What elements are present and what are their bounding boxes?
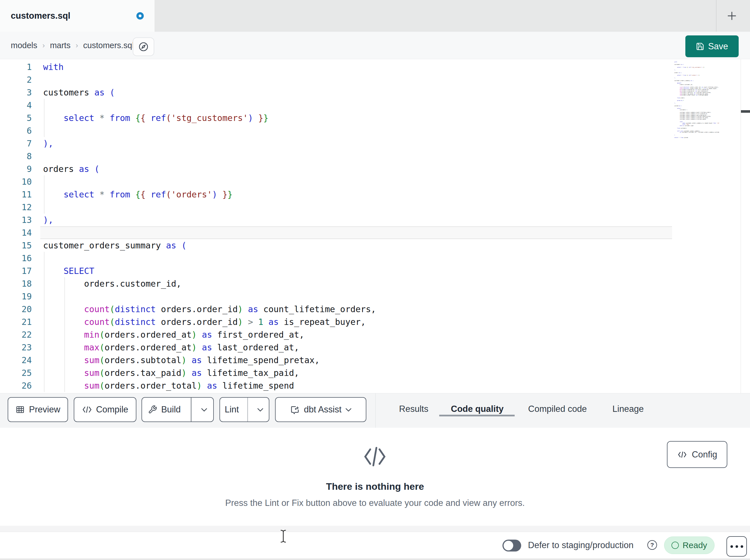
- breadcrumb: models › marts › customers.sql: [11, 32, 134, 59]
- breadcrumb-row: models › marts › customers.sql Save: [0, 32, 750, 59]
- tab-code-quality[interactable]: Code quality: [451, 393, 504, 426]
- code-line[interactable]: with: [43, 61, 376, 74]
- code-line[interactable]: sum(orders.tax_paid) as lifetime_tax_pai…: [43, 367, 376, 379]
- code-line[interactable]: count(distinct orders.order_id) as count…: [43, 303, 376, 315]
- help-question-icon[interactable]: ?: [647, 540, 657, 550]
- dbt-assist-button[interactable]: dbt Assist: [275, 397, 366, 422]
- status-bar: Defer to staging/production ? Ready: [0, 532, 750, 559]
- line-number[interactable]: 4: [0, 99, 32, 111]
- status-circle-icon: [671, 542, 679, 549]
- split-divider: [248, 398, 248, 421]
- minimap[interactable]: withcustomers as ( select * from {{ ref(…: [674, 61, 719, 144]
- line-number[interactable]: 2: [0, 74, 32, 86]
- save-button[interactable]: Save: [685, 36, 739, 57]
- code-line[interactable]: SELECT: [43, 265, 376, 277]
- ready-status-badge: Ready: [664, 537, 714, 554]
- breadcrumb-file[interactable]: customers.sql: [83, 41, 134, 50]
- code-line[interactable]: customer_orders_summary as (: [43, 239, 376, 252]
- ellipsis-dot: [741, 545, 743, 548]
- code-line[interactable]: [43, 124, 376, 137]
- build-dropdown-button[interactable]: [195, 398, 213, 421]
- new-tab-button[interactable]: [721, 6, 743, 25]
- line-number[interactable]: 8: [0, 150, 32, 163]
- code-line[interactable]: [43, 150, 376, 163]
- line-number[interactable]: 3: [0, 86, 32, 99]
- line-number[interactable]: 10: [0, 175, 32, 188]
- code-line[interactable]: [43, 252, 376, 265]
- defer-toggle[interactable]: [502, 540, 521, 552]
- code-line[interactable]: select * from {{ ref('stg_customers') }}: [43, 111, 376, 124]
- code-line[interactable]: sum(orders.order_total) as lifetime_spen…: [43, 379, 376, 392]
- minimap-line: select * from joined: [674, 137, 719, 139]
- breadcrumb-models[interactable]: models: [11, 41, 37, 50]
- wrench-icon: [148, 405, 157, 414]
- active-tab-underline: [439, 415, 515, 416]
- line-number[interactable]: 21: [0, 315, 32, 328]
- editor-scrollbar-thumb[interactable]: [741, 110, 750, 113]
- breadcrumb-marts[interactable]: marts: [50, 41, 71, 50]
- code-line[interactable]: ),: [43, 213, 376, 226]
- code-line[interactable]: [43, 99, 376, 111]
- line-number[interactable]: 14: [0, 226, 32, 239]
- build-button[interactable]: Build: [142, 398, 187, 421]
- line-number[interactable]: 19: [0, 290, 32, 303]
- config-label: Config: [692, 450, 717, 460]
- preview-button[interactable]: Preview: [8, 397, 68, 422]
- code-line[interactable]: [43, 74, 376, 86]
- code-line[interactable]: customers as (: [43, 86, 376, 99]
- code-line[interactable]: max(orders.ordered_at) as last_ordered_a…: [43, 341, 376, 354]
- line-number[interactable]: 25: [0, 367, 32, 379]
- lint-dropdown-button[interactable]: [252, 398, 269, 421]
- line-number[interactable]: 16: [0, 252, 32, 265]
- code-line[interactable]: [43, 290, 376, 303]
- code-line[interactable]: orders.customer_id,: [43, 277, 376, 290]
- tab-lineage[interactable]: Lineage: [612, 393, 644, 426]
- line-number[interactable]: 22: [0, 328, 32, 341]
- config-button[interactable]: Config: [667, 441, 727, 468]
- line-number[interactable]: 12: [0, 201, 32, 213]
- tab-compiled-code[interactable]: Compiled code: [528, 393, 587, 426]
- code-lines[interactable]: withcustomers as ( select * from {{ ref(…: [43, 61, 376, 392]
- line-number[interactable]: 7: [0, 137, 32, 150]
- code-editor[interactable]: 1234567891011121314151617181920212223242…: [0, 59, 750, 393]
- line-number[interactable]: 24: [0, 354, 32, 367]
- lineage-compass-button[interactable]: [133, 37, 154, 56]
- code-icon: [82, 406, 92, 414]
- line-number[interactable]: 6: [0, 124, 32, 137]
- code-line[interactable]: [43, 201, 376, 213]
- code-line[interactable]: sum(orders.subtotal) as lifetime_spend_p…: [43, 354, 376, 367]
- code-line[interactable]: [43, 226, 376, 239]
- lint-button[interactable]: Lint: [220, 398, 243, 421]
- line-number[interactable]: 18: [0, 277, 32, 290]
- code-line[interactable]: count(distinct orders.order_id) > 1 as i…: [43, 315, 376, 328]
- line-number[interactable]: 13: [0, 213, 32, 226]
- line-number[interactable]: 23: [0, 341, 32, 354]
- line-number[interactable]: 9: [0, 163, 32, 175]
- dbt-assist-label: dbt Assist: [304, 405, 342, 415]
- line-number[interactable]: 17: [0, 265, 32, 277]
- empty-state-subtitle: Press the Lint or Fix button above to ev…: [0, 498, 750, 508]
- compile-button[interactable]: Compile: [74, 397, 136, 422]
- toolbar-tabs-divider: [375, 393, 376, 428]
- code-line[interactable]: select * from {{ ref('orders') }}: [43, 188, 376, 201]
- editor-toolbar: Preview Compile Build Lint: [0, 393, 750, 428]
- code-line[interactable]: orders as (: [43, 163, 376, 175]
- code-line[interactable]: ),: [43, 137, 376, 150]
- more-options-button[interactable]: [727, 536, 747, 557]
- line-number[interactable]: 20: [0, 303, 32, 315]
- line-number[interactable]: 5: [0, 111, 32, 124]
- code-line[interactable]: min(orders.ordered_at) as first_ordered_…: [43, 328, 376, 341]
- tab-results[interactable]: Results: [399, 393, 428, 426]
- ready-label: Ready: [683, 540, 707, 550]
- line-number[interactable]: 15: [0, 239, 32, 252]
- preview-label: Preview: [29, 405, 60, 415]
- tab-customers-sql[interactable]: customers.sql: [0, 0, 155, 32]
- unsaved-changes-dot-icon[interactable]: [136, 12, 144, 20]
- line-number[interactable]: 11: [0, 188, 32, 201]
- build-split-button: Build: [141, 397, 214, 422]
- code-line[interactable]: [43, 175, 376, 188]
- tab-title: customers.sql: [11, 0, 70, 32]
- line-number[interactable]: 26: [0, 379, 32, 392]
- toggle-knob: [504, 541, 513, 551]
- line-number[interactable]: 1: [0, 61, 32, 74]
